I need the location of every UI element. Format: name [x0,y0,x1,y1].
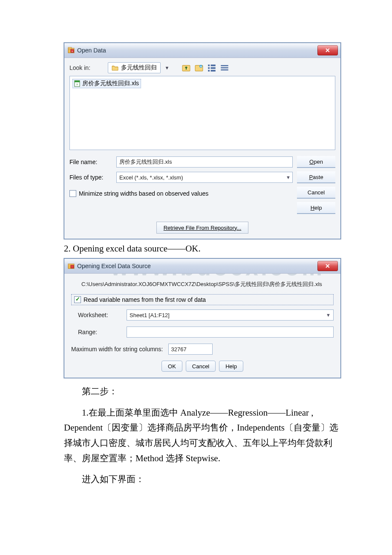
svg-rect-14 [221,65,228,66]
file-list-pane[interactable]: X 房价多元线性回归.xls [69,76,335,150]
minimize-checkbox-label: Minimize string widths based on observed… [79,190,208,197]
source-path: C:\Users\Administrator.XOJ6OFMXTWCCX7Z\D… [81,280,334,288]
app-icon: + [68,47,75,54]
range-input[interactable] [127,327,334,338]
read-variable-names-row[interactable]: Read variable names from the first row o… [71,294,334,305]
svg-rect-11 [211,65,216,66]
files-of-type-label: Files of type: [69,174,112,181]
file-name-input[interactable]: 房价多元线性回归.xls [116,156,293,168]
chevron-down-icon: ▼ [326,312,331,318]
worksheet-dropdown[interactable]: Sheet1 [A1:F12] ▼ [127,309,334,321]
svg-rect-21 [71,265,74,268]
look-in-label: Look in: [69,64,108,71]
list-view-icon[interactable] [220,64,229,72]
retrieve-from-repository-button[interactable]: Retrieve File From Repository... [156,222,249,234]
chevron-down-icon[interactable]: ▼ [161,65,172,70]
max-width-input[interactable]: 32767 [168,344,213,355]
svg-rect-1 [68,47,72,49]
svg-rect-10 [208,70,210,72]
svg-rect-12 [211,67,216,69]
max-width-label: Maximum width for string columns: [71,346,163,353]
svg-rect-16 [221,69,228,71]
xls-file-icon: X [74,80,81,87]
file-item-label: 房价多元线性回归.xls [82,80,139,87]
minimize-checkbox-row[interactable]: Minimize string widths based on observed… [69,190,293,197]
new-folder-icon[interactable]: ★ [195,64,203,72]
ok-button[interactable]: OK [161,361,182,372]
open-data-titlebar[interactable]: + Open Data ✕ [64,43,340,58]
details-view-icon[interactable] [208,64,216,72]
svg-text:+: + [72,50,73,52]
open-data-title: Open Data [77,47,106,54]
app-icon [68,263,75,269]
close-icon: ✕ [325,263,330,269]
minimize-checkbox[interactable] [69,190,76,197]
look-in-dropdown[interactable]: 多元线性回归 [108,62,161,73]
caption-opening-excel: 2. Opening excel data source——OK. [64,243,341,254]
svg-text:X: X [76,83,78,86]
cancel-button[interactable]: Cancel [297,187,335,199]
folder-up-icon[interactable] [182,64,190,72]
svg-rect-13 [211,70,216,72]
chevron-down-icon: ▼ [286,175,291,180]
open-data-dialog: + Open Data ✕ Look in: 多元线性回归 ▼ [64,43,341,239]
svg-rect-9 [208,67,210,69]
read-variable-names-checkbox[interactable] [74,296,81,303]
step2-heading: 第二步： [64,384,341,399]
folder-icon [112,65,118,71]
file-item[interactable]: X 房价多元线性回归.xls [72,79,141,88]
close-button[interactable]: ✕ [317,261,338,271]
opening-excel-titlebar[interactable]: Opening Excel Data Source ✕ [64,259,340,274]
help-button[interactable]: Help [297,202,335,214]
paste-button[interactable]: Paste [297,171,335,183]
svg-rect-18 [75,81,80,82]
step2-tail: 进入如下界面： [64,472,341,487]
svg-rect-8 [208,65,210,66]
file-name-label: File name: [69,159,112,165]
close-button[interactable]: ✕ [317,45,338,55]
step2-paragraph: 1.在最上面菜单里面选中 Analyze——Regression——Linear… [64,405,341,466]
opening-excel-title: Opening Excel Data Source [77,263,151,269]
cancel-button[interactable]: Cancel [186,361,216,372]
open-button[interactable]: Open [297,156,335,168]
read-variable-names-label: Read variable names from the first row o… [84,296,206,303]
worksheet-label: Worksheet: [71,312,122,318]
help-button[interactable]: Help [219,361,243,372]
svg-rect-15 [221,67,228,69]
svg-text:★: ★ [200,65,202,68]
opening-excel-dialog: Opening Excel Data Source ✕ C:\Users\Adm… [64,258,341,378]
close-icon: ✕ [325,47,330,53]
look-in-value: 多元线性回归 [121,64,157,72]
files-of-type-dropdown[interactable]: Excel (*.xls, *.xlsx, *.xlsm) ▼ [116,172,293,183]
range-label: Range: [71,329,122,335]
